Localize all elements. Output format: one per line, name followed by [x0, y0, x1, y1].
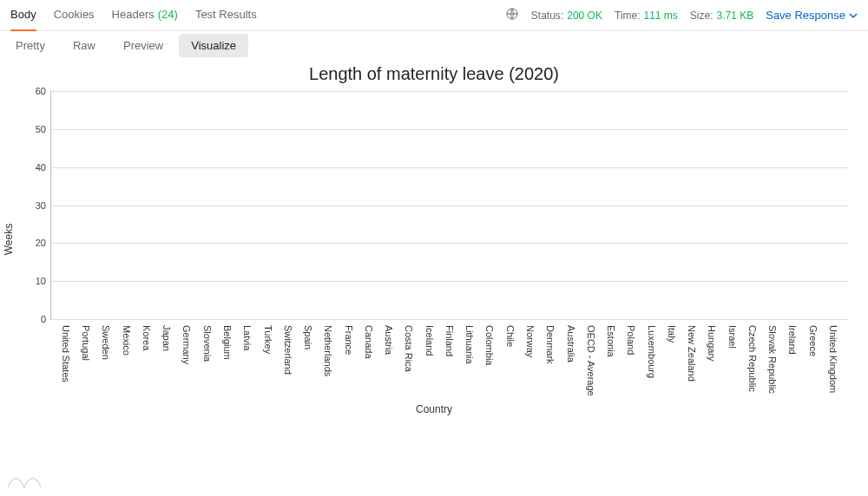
x-tick: Chile [502, 320, 519, 396]
x-tick: Finland [441, 320, 458, 396]
x-tick: Lithuania [461, 320, 478, 396]
x-tick: Norway [522, 320, 539, 396]
save-response-button[interactable]: Save Response [766, 9, 858, 22]
x-tick: Hungary [704, 320, 721, 396]
globe-icon[interactable] [505, 7, 519, 23]
view-raw[interactable]: Raw [61, 34, 108, 57]
y-tick: 60 [36, 86, 46, 96]
x-tick: Sweden [98, 320, 115, 396]
y-tick: 10 [36, 276, 46, 286]
x-ticks: United StatesPortugalSwedenMexicoKoreaJa… [50, 320, 849, 396]
x-tick: Japan [158, 320, 175, 396]
y-tick: 20 [36, 238, 46, 248]
x-tick: Belgium [219, 320, 236, 396]
y-tick: 0 [41, 314, 46, 324]
tab-test-results[interactable]: Test Results [195, 0, 257, 31]
x-tick: Denmark [542, 320, 559, 396]
x-tick: OECD - Average [582, 320, 600, 396]
x-tick: United States [57, 320, 75, 396]
x-tick: Portugal [77, 320, 95, 396]
x-tick: Iceland [421, 320, 438, 396]
x-tick: Italy [663, 320, 681, 396]
x-tick: Czech Republic [744, 320, 761, 396]
x-tick: Canada [360, 320, 378, 396]
view-preview[interactable]: Preview [111, 34, 175, 57]
gridline [51, 243, 849, 244]
view-visualize[interactable]: Visualize [179, 34, 248, 57]
response-tabs: Body Cookies Headers (24) Test Results S… [0, 0, 868, 31]
x-tick: Australia [562, 320, 580, 396]
meta-status: Status:200 OK [531, 10, 602, 22]
x-tick: Slovak Republic [764, 320, 781, 396]
y-axis-label: Weeks [3, 224, 15, 255]
x-tick: Turkey [260, 320, 277, 396]
meta-size: Size:3.71 KB [690, 10, 753, 22]
x-tick: Luxembourg [643, 320, 661, 396]
x-tick: Estonia [602, 320, 620, 396]
gridline [51, 129, 849, 130]
gridline [51, 91, 849, 92]
x-tick: Mexico [118, 320, 135, 396]
response-meta: Status:200 OK Time:111 ms Size:3.71 KB S… [505, 7, 858, 23]
x-tick: New Zealand [683, 320, 700, 396]
x-tick: Germany [179, 320, 196, 396]
x-tick: Austria [380, 320, 398, 396]
x-tick: Ireland [785, 320, 802, 396]
tab-cookies[interactable]: Cookies [54, 0, 95, 31]
x-tick: Greece [805, 320, 822, 396]
body-view-tabs: Pretty Raw Preview Visualize [0, 31, 868, 59]
x-tick: Colombia [482, 320, 499, 396]
y-tick: 40 [36, 162, 46, 173]
view-pretty[interactable]: Pretty [3, 34, 57, 57]
response-tablist: Body Cookies Headers (24) Test Results [10, 0, 257, 31]
x-tick: Korea [138, 320, 155, 396]
x-axis-label: Country [12, 403, 856, 415]
x-tick: France [340, 320, 358, 396]
x-tick: Netherlands [319, 320, 337, 396]
x-tick: Costa Rica [401, 320, 418, 396]
chart-plot-area: 0102030405060 [50, 91, 849, 320]
y-tick: 50 [36, 124, 46, 134]
gridline [51, 206, 849, 206]
x-tick: Israel [724, 320, 741, 396]
chart-container: Length of maternity leave (2020) Weeks 0… [0, 59, 868, 496]
gridline [51, 167, 849, 168]
headers-count: (24) [158, 8, 178, 21]
watermark-icon [7, 473, 42, 491]
y-tick: 30 [36, 200, 46, 211]
x-tick: Switzerland [279, 320, 297, 396]
x-tick: Poland [622, 320, 640, 396]
gridline [51, 319, 849, 320]
x-tick: United Kingdom [825, 320, 842, 396]
gridline [51, 281, 849, 282]
x-tick: Slovenia [199, 320, 216, 396]
chevron-down-icon [849, 11, 858, 20]
x-tick: Spain [299, 320, 317, 396]
tab-headers[interactable]: Headers (24) [112, 0, 178, 31]
chart-title: Length of maternity leave (2020) [12, 64, 856, 84]
x-tick: Latvia [239, 320, 256, 396]
tab-body[interactable]: Body [10, 0, 36, 31]
meta-time: Time:111 ms [615, 10, 678, 22]
